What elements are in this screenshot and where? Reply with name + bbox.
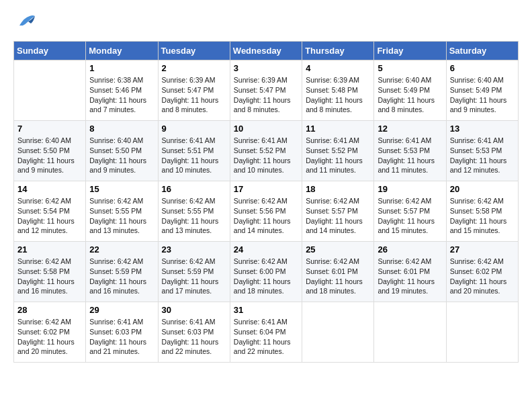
calendar-cell: 20Sunrise: 6:42 AM Sunset: 5:58 PM Dayli…	[446, 181, 518, 242]
day-content: Sunrise: 6:41 AM Sunset: 5:53 PM Dayligh…	[450, 136, 515, 175]
day-number: 2	[162, 63, 226, 73]
calendar-cell: 2Sunrise: 6:39 AM Sunset: 5:47 PM Daylig…	[158, 60, 230, 121]
calendar-cell: 22Sunrise: 6:42 AM Sunset: 5:59 PM Dayli…	[86, 242, 158, 302]
calendar-cell: 3Sunrise: 6:39 AM Sunset: 5:47 PM Daylig…	[230, 60, 302, 121]
calendar-cell	[374, 302, 446, 363]
day-number: 23	[162, 244, 226, 255]
day-number: 31	[234, 305, 298, 315]
calendar-header-thursday: Thursday	[302, 42, 374, 60]
day-content: Sunrise: 6:42 AM Sunset: 5:59 PM Dayligh…	[89, 257, 154, 296]
day-content: Sunrise: 6:40 AM Sunset: 5:50 PM Dayligh…	[17, 136, 82, 175]
calendar-header-monday: Monday	[86, 42, 158, 60]
calendar-cell: 6Sunrise: 6:40 AM Sunset: 5:49 PM Daylig…	[446, 60, 518, 121]
day-content: Sunrise: 6:42 AM Sunset: 6:00 PM Dayligh…	[234, 257, 298, 296]
day-number: 8	[89, 124, 154, 134]
day-content: Sunrise: 6:41 AM Sunset: 5:52 PM Dayligh…	[234, 136, 298, 175]
day-number: 12	[378, 124, 442, 134]
day-content: Sunrise: 6:39 AM Sunset: 5:48 PM Dayligh…	[306, 75, 370, 115]
day-content: Sunrise: 6:40 AM Sunset: 5:49 PM Dayligh…	[450, 75, 515, 115]
calendar-cell: 4Sunrise: 6:39 AM Sunset: 5:48 PM Daylig…	[302, 60, 374, 121]
calendar-header-wednesday: Wednesday	[230, 42, 302, 60]
day-number: 6	[450, 63, 515, 73]
calendar-week-row: 1Sunrise: 6:38 AM Sunset: 5:46 PM Daylig…	[14, 60, 519, 121]
day-number: 5	[378, 63, 442, 73]
day-content: Sunrise: 6:42 AM Sunset: 5:58 PM Dayligh…	[17, 257, 82, 296]
day-content: Sunrise: 6:42 AM Sunset: 5:56 PM Dayligh…	[234, 196, 298, 236]
calendar-cell: 29Sunrise: 6:41 AM Sunset: 6:03 PM Dayli…	[86, 302, 158, 363]
day-number: 4	[306, 63, 370, 73]
calendar-cell	[14, 60, 86, 121]
day-content: Sunrise: 6:40 AM Sunset: 5:49 PM Dayligh…	[378, 75, 442, 115]
day-content: Sunrise: 6:42 AM Sunset: 6:02 PM Dayligh…	[450, 257, 515, 296]
calendar-header-row: SundayMondayTuesdayWednesdayThursdayFrid…	[14, 42, 519, 60]
calendar-header-saturday: Saturday	[446, 42, 518, 60]
day-number: 7	[17, 124, 82, 134]
calendar-week-row: 21Sunrise: 6:42 AM Sunset: 5:58 PM Dayli…	[14, 242, 519, 302]
calendar-cell: 26Sunrise: 6:42 AM Sunset: 6:01 PM Dayli…	[374, 242, 446, 302]
day-content: Sunrise: 6:42 AM Sunset: 6:01 PM Dayligh…	[378, 257, 442, 296]
day-content: Sunrise: 6:41 AM Sunset: 5:51 PM Dayligh…	[162, 136, 226, 175]
calendar-week-row: 14Sunrise: 6:42 AM Sunset: 5:54 PM Dayli…	[14, 181, 519, 242]
page-header	[13, 13, 519, 34]
calendar-cell: 8Sunrise: 6:40 AM Sunset: 5:50 PM Daylig…	[86, 121, 158, 181]
day-number: 22	[89, 244, 154, 255]
day-content: Sunrise: 6:41 AM Sunset: 5:53 PM Dayligh…	[378, 136, 442, 175]
day-content: Sunrise: 6:42 AM Sunset: 5:54 PM Dayligh…	[17, 196, 82, 236]
calendar-cell: 1Sunrise: 6:38 AM Sunset: 5:46 PM Daylig…	[86, 60, 158, 121]
day-number: 11	[306, 124, 370, 134]
day-content: Sunrise: 6:39 AM Sunset: 5:47 PM Dayligh…	[162, 75, 226, 115]
calendar-week-row: 7Sunrise: 6:40 AM Sunset: 5:50 PM Daylig…	[14, 121, 519, 181]
calendar-table: SundayMondayTuesdayWednesdayThursdayFrid…	[13, 41, 519, 363]
calendar-header-sunday: Sunday	[14, 42, 86, 60]
calendar-cell: 31Sunrise: 6:41 AM Sunset: 6:04 PM Dayli…	[230, 302, 302, 363]
day-content: Sunrise: 6:42 AM Sunset: 5:55 PM Dayligh…	[162, 196, 226, 236]
day-number: 27	[450, 244, 515, 255]
day-content: Sunrise: 6:42 AM Sunset: 6:02 PM Dayligh…	[17, 317, 82, 357]
day-number: 17	[234, 184, 298, 194]
day-number: 1	[89, 63, 154, 73]
day-number: 28	[17, 305, 82, 315]
day-content: Sunrise: 6:41 AM Sunset: 6:03 PM Dayligh…	[162, 317, 226, 357]
day-content: Sunrise: 6:42 AM Sunset: 5:57 PM Dayligh…	[378, 196, 442, 236]
day-number: 25	[306, 244, 370, 255]
day-content: Sunrise: 6:42 AM Sunset: 5:57 PM Dayligh…	[306, 196, 370, 236]
day-number: 3	[234, 63, 298, 73]
day-number: 18	[306, 184, 370, 194]
calendar-cell	[446, 302, 518, 363]
calendar-cell: 23Sunrise: 6:42 AM Sunset: 5:59 PM Dayli…	[158, 242, 230, 302]
day-number: 10	[234, 124, 298, 134]
calendar-cell: 7Sunrise: 6:40 AM Sunset: 5:50 PM Daylig…	[14, 121, 86, 181]
day-content: Sunrise: 6:41 AM Sunset: 6:03 PM Dayligh…	[89, 317, 154, 357]
day-number: 15	[89, 184, 154, 194]
calendar-cell: 12Sunrise: 6:41 AM Sunset: 5:53 PM Dayli…	[374, 121, 446, 181]
calendar-week-row: 28Sunrise: 6:42 AM Sunset: 6:02 PM Dayli…	[14, 302, 519, 363]
day-content: Sunrise: 6:42 AM Sunset: 5:59 PM Dayligh…	[162, 257, 226, 296]
calendar-cell: 28Sunrise: 6:42 AM Sunset: 6:02 PM Dayli…	[14, 302, 86, 363]
calendar-cell: 13Sunrise: 6:41 AM Sunset: 5:53 PM Dayli…	[446, 121, 518, 181]
calendar-cell: 27Sunrise: 6:42 AM Sunset: 6:02 PM Dayli…	[446, 242, 518, 302]
day-number: 16	[162, 184, 226, 194]
calendar-cell: 5Sunrise: 6:40 AM Sunset: 5:49 PM Daylig…	[374, 60, 446, 121]
calendar-cell: 25Sunrise: 6:42 AM Sunset: 6:01 PM Dayli…	[302, 242, 374, 302]
day-number: 26	[378, 244, 442, 255]
day-content: Sunrise: 6:41 AM Sunset: 5:52 PM Dayligh…	[306, 136, 370, 175]
calendar-cell: 21Sunrise: 6:42 AM Sunset: 5:58 PM Dayli…	[14, 242, 86, 302]
calendar-cell	[302, 302, 374, 363]
calendar-cell: 16Sunrise: 6:42 AM Sunset: 5:55 PM Dayli…	[158, 181, 230, 242]
day-number: 20	[450, 184, 515, 194]
day-content: Sunrise: 6:38 AM Sunset: 5:46 PM Dayligh…	[89, 75, 154, 115]
calendar-header-tuesday: Tuesday	[158, 42, 230, 60]
day-content: Sunrise: 6:40 AM Sunset: 5:50 PM Dayligh…	[89, 136, 154, 175]
day-content: Sunrise: 6:42 AM Sunset: 5:58 PM Dayligh…	[450, 196, 515, 236]
calendar-cell: 18Sunrise: 6:42 AM Sunset: 5:57 PM Dayli…	[302, 181, 374, 242]
calendar-cell: 19Sunrise: 6:42 AM Sunset: 5:57 PM Dayli…	[374, 181, 446, 242]
day-content: Sunrise: 6:41 AM Sunset: 6:04 PM Dayligh…	[234, 317, 298, 357]
day-number: 29	[89, 305, 154, 315]
calendar-cell: 10Sunrise: 6:41 AM Sunset: 5:52 PM Dayli…	[230, 121, 302, 181]
day-number: 19	[378, 184, 442, 194]
day-number: 13	[450, 124, 515, 134]
logo-bird-icon	[16, 11, 36, 31]
calendar-cell: 9Sunrise: 6:41 AM Sunset: 5:51 PM Daylig…	[158, 121, 230, 181]
day-number: 24	[234, 244, 298, 255]
calendar-cell: 17Sunrise: 6:42 AM Sunset: 5:56 PM Dayli…	[230, 181, 302, 242]
